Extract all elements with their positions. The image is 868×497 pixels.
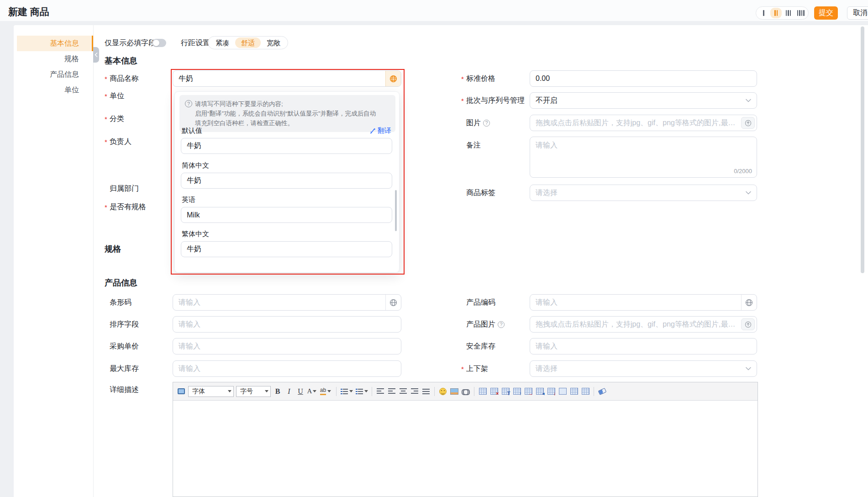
page-title: 新建 商品 (8, 5, 49, 18)
barcode-input[interactable]: 请输入 (173, 294, 401, 311)
insert-column-icon[interactable]: ◂ (535, 387, 544, 396)
globe-icon (389, 299, 397, 307)
spacing-option-compact[interactable]: 紧凑 (210, 37, 235, 48)
delete-row-icon[interactable]: → (524, 387, 533, 396)
sidebar-item-spec[interactable]: 规格 (17, 51, 93, 67)
image-label: 图片 (466, 118, 481, 128)
sidebar-collapse-handle[interactable] (93, 47, 99, 63)
max-stock-input[interactable]: 请输入 (173, 360, 401, 377)
lang-zh-cn-input[interactable]: 牛奶 (181, 173, 392, 189)
popup-scrollbar[interactable] (395, 190, 397, 231)
sidebar-item-unit[interactable]: 单位 (17, 82, 93, 98)
lang-default-label: 默认值 (182, 127, 202, 135)
align-left-icon[interactable] (387, 387, 396, 396)
product-tag-select[interactable]: 请选择 (530, 185, 757, 201)
magic-translate-icon (369, 127, 377, 135)
insert-table-icon[interactable] (478, 387, 487, 396)
delete-column-icon[interactable]: ↓ (547, 387, 556, 396)
align-right-icon[interactable] (410, 387, 419, 396)
lang-zh-tw-input[interactable]: 牛奶 (181, 241, 392, 257)
indent-icon[interactable] (376, 387, 385, 396)
new-product-page: 新建 商品 提交 取消 基本信息 规格 产品信息 单位 仅显示必填字段 行距设置… (0, 0, 868, 497)
remark-label: 备注 (466, 141, 481, 150)
layout-1col-button[interactable] (758, 8, 769, 18)
spacing-option-comfortable[interactable]: 舒适 (235, 37, 261, 48)
spacing-option-loose[interactable]: 宽敞 (261, 37, 286, 48)
lang-default-input[interactable]: 牛奶 (181, 138, 392, 154)
justify-icon[interactable] (421, 387, 431, 396)
image-icon[interactable] (450, 387, 459, 396)
font-size-select[interactable]: 字号 (236, 386, 271, 397)
category-label: 分类 (110, 114, 124, 124)
remark-textarea[interactable]: 请输入 0/2000 (530, 137, 757, 178)
help-icon[interactable]: ? (483, 120, 490, 127)
lang-en-input[interactable]: Milk (181, 207, 392, 223)
product-image-label: 产品图片 (466, 320, 495, 329)
source-code-icon[interactable] (177, 387, 186, 396)
column-layout-switcher (756, 6, 809, 20)
italic-icon[interactable]: I (284, 387, 294, 396)
field-row-owner: *负责人 (105, 137, 173, 147)
purchase-price-input[interactable]: 请输入 (173, 338, 401, 354)
field-row-product-name: *商品名称 牛奶 (105, 70, 401, 87)
row-spacing-switcher: 紧凑 舒适 宽敞 (208, 36, 288, 49)
eraser-icon[interactable] (598, 387, 607, 396)
field-row-remark: *备注 请输入 0/2000 (461, 137, 757, 178)
product-image-upload-input[interactable]: 拖拽或点击后粘贴图片，支持jpg、gif、png等格式的图片,最多可... (530, 316, 757, 333)
highlight-color-icon[interactable]: ab (319, 387, 332, 396)
field-row-sort-field: *排序字段 请输入 (105, 316, 401, 333)
chevron-down-icon (746, 99, 751, 102)
sort-field-input[interactable]: 请输入 (173, 316, 401, 333)
field-row-image: *图片? 拖拽或点击后粘贴图片，支持jpg、gif、png等格式的图片,最多可.… (461, 115, 757, 131)
safe-stock-input[interactable]: 请输入 (530, 338, 757, 354)
split-cells-icon[interactable] (581, 387, 590, 396)
bold-icon[interactable]: B (273, 387, 282, 396)
table-props-icon[interactable]: T (501, 387, 510, 396)
upload-icon (745, 321, 752, 328)
i18n-globe-button[interactable] (385, 295, 401, 310)
standard-price-input[interactable]: 0.00 (530, 70, 757, 87)
product-code-input[interactable]: 请输入 (530, 294, 757, 311)
batch-serial-select[interactable]: 不开启 (530, 92, 757, 109)
cell-props-icon[interactable] (558, 387, 567, 396)
help-icon[interactable]: ? (498, 321, 505, 328)
insert-row-above-icon[interactable]: ↑ (512, 387, 521, 396)
font-family-select[interactable]: 字体 (188, 386, 234, 397)
delete-table-icon[interactable]: × (489, 387, 499, 396)
layout-3col-button[interactable] (783, 8, 794, 18)
card-scrollbar[interactable] (861, 26, 864, 273)
field-row-product-tag: *商品标签 请选择 (461, 185, 757, 201)
layout-4col-button[interactable] (795, 8, 806, 18)
underline-icon[interactable]: U (296, 387, 305, 396)
merge-cells-icon[interactable] (569, 387, 579, 396)
link-icon[interactable] (461, 387, 470, 396)
align-center-icon[interactable] (399, 387, 408, 396)
field-row-barcode: *条形码 请输入 (105, 294, 401, 311)
editor-body[interactable] (173, 401, 758, 497)
cancel-button[interactable]: 取消 (847, 6, 868, 20)
unit-label: 单位 (110, 91, 124, 101)
row-spacing-label: 行距设置 (181, 38, 210, 48)
upload-button[interactable] (741, 318, 755, 330)
i18n-globe-button[interactable] (741, 295, 757, 310)
required-only-toggle[interactable] (152, 39, 166, 47)
sidebar-item-basic-info[interactable]: 基本信息 (17, 36, 93, 51)
unordered-list-icon[interactable] (355, 387, 368, 396)
standard-price-label: 标准价格 (466, 74, 495, 84)
shelf-status-select[interactable]: 请选择 (530, 360, 757, 377)
section-spec: 规格 (105, 243, 121, 254)
image-upload-input[interactable]: 拖拽或点击后粘贴图片，支持jpg、gif、png等格式的图片,最多可... (530, 115, 757, 131)
ordered-list-icon[interactable] (340, 387, 353, 396)
font-color-icon[interactable]: A (307, 387, 316, 396)
submit-button[interactable]: 提交 (814, 6, 838, 20)
layout-2col-button[interactable] (770, 8, 782, 18)
purchase-price-label: 采购单价 (110, 342, 139, 351)
upload-button[interactable] (741, 117, 755, 129)
product-name-input[interactable]: 牛奶 (173, 70, 401, 87)
field-row-standard-price: *标准价格 0.00 (461, 70, 757, 87)
dropdown-arrow-icon (228, 390, 231, 392)
i18n-globe-button[interactable] (385, 71, 401, 86)
emoji-icon[interactable] (438, 387, 447, 396)
sidebar-item-product-info[interactable]: 产品信息 (17, 67, 93, 82)
translate-link[interactable]: 翻译 (369, 127, 391, 135)
